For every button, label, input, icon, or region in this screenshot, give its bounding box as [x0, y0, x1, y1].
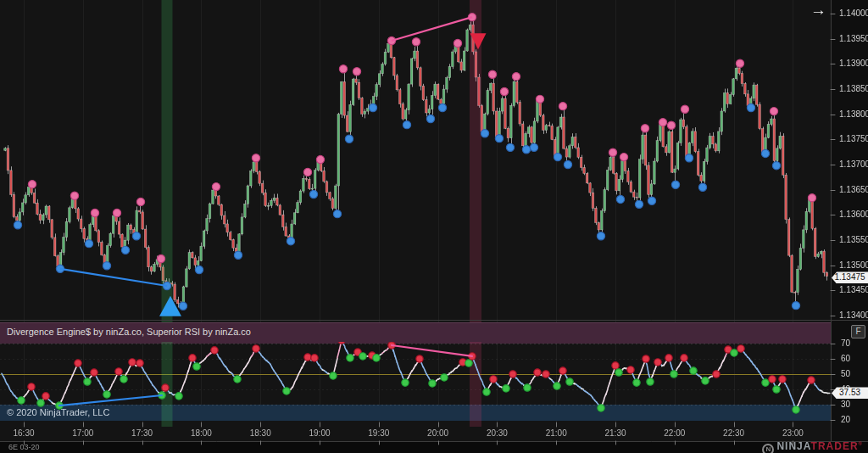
- time-axis-label: 17:00: [59, 428, 107, 438]
- jump-to-latest-icon[interactable]: →: [810, 1, 826, 20]
- price-axis-label: 1.13450: [839, 285, 868, 294]
- logo-text-trader: TRADER: [811, 440, 859, 452]
- price-axis-label: 1.13650: [839, 185, 868, 194]
- panel-collapse-button[interactable]: F: [851, 325, 865, 338]
- price-axis-label: 1.13700: [839, 159, 868, 169]
- rsi-axis-label: 20: [841, 415, 850, 424]
- time-axis-label: 23:00: [769, 428, 816, 438]
- price-axis-label: 1.13550: [839, 235, 868, 244]
- indicator-panel-header[interactable]: Divergence Engine$ by ninZa.co, Superior…: [0, 322, 831, 342]
- time-axis-label: 19:30: [355, 428, 403, 438]
- price-axis-label: 1.13600: [839, 210, 868, 219]
- logo-reg-mark: ®: [859, 441, 863, 446]
- last-price-tag: 1.13475: [832, 271, 868, 283]
- price-axis-label: 1.13400: [839, 310, 868, 320]
- price-axis-label: 1.13750: [839, 134, 868, 143]
- rsi-axis-label: 60: [841, 354, 850, 363]
- time-axis-label: 21:00: [532, 428, 580, 438]
- indicator-panel-title[interactable]: Divergence Engine$ by ninZa.co, Superior…: [7, 327, 251, 337]
- time-axis-label: 19:00: [296, 428, 343, 438]
- instrument-label: 6E 03-20: [8, 443, 40, 451]
- price-axis-label: 1.13850: [839, 84, 868, 93]
- time-axis-label: 20:00: [415, 428, 462, 438]
- ninjatrader-logo-icon: N: [762, 444, 774, 453]
- price-axis-label: 1.13800: [839, 109, 868, 119]
- time-axis-label: 21:30: [592, 428, 639, 438]
- price-chart-canvas[interactable]: [0, 0, 868, 453]
- logo-text-ninja: NINJA: [776, 440, 810, 452]
- time-axis-label: 18:30: [236, 428, 284, 438]
- rsi-value-tag: 37.53: [832, 387, 868, 399]
- price-axis-label: 1.13950: [839, 34, 868, 43]
- time-axis-label: 20:30: [473, 428, 520, 438]
- copyright-text: © 2020 NinjaTrader, LLC: [7, 407, 109, 417]
- price-axis-label: 1.14000: [839, 8, 868, 18]
- time-axis-label: 16:30: [0, 428, 47, 438]
- ninjatrader-chart-window: Divergence Engine$ by ninZa.co, Superior…: [0, 0, 868, 453]
- rsi-axis-label: 50: [841, 369, 850, 378]
- rsi-axis-label: 70: [841, 338, 850, 348]
- rsi-axis-label: 30: [841, 400, 850, 409]
- time-axis-label: 18:00: [177, 428, 225, 438]
- ninjatrader-logo: NNINJATRADER®: [762, 440, 863, 453]
- time-axis-label: 17:30: [119, 428, 166, 438]
- price-axis-label: 1.13500: [839, 260, 868, 270]
- time-axis-label: 22:00: [651, 428, 698, 438]
- price-axis-label: 1.13900: [839, 59, 868, 68]
- time-axis-label: 22:30: [710, 428, 758, 438]
